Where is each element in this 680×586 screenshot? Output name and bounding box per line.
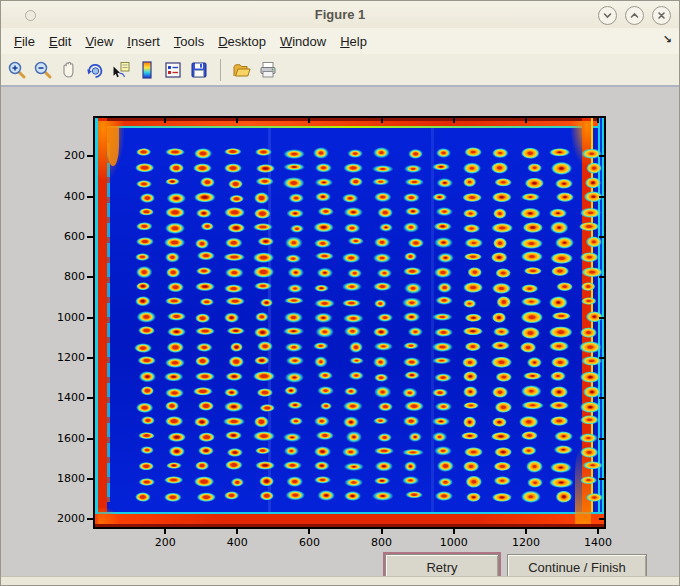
x-tick-mark [525, 529, 527, 534]
well-spot [373, 402, 394, 413]
menu-window[interactable]: Window [280, 34, 326, 49]
well-spot [134, 371, 156, 382]
well-spot [372, 447, 393, 457]
title-bar[interactable]: Figure 1 [1, 1, 679, 29]
well-spot [403, 342, 423, 352]
well-spot [344, 177, 363, 189]
well-spot [224, 491, 245, 502]
well-spot [225, 372, 243, 382]
well-spot [344, 223, 362, 233]
well-spot [342, 462, 364, 472]
well-spot [372, 178, 393, 189]
well-spot [134, 311, 156, 323]
well-spot [343, 207, 363, 219]
window-controls [598, 6, 671, 25]
well-spot [135, 477, 155, 487]
well-spot [166, 267, 185, 279]
well-spot [432, 237, 453, 249]
open-file-button[interactable] [232, 60, 252, 80]
zoom-out-button[interactable] [33, 60, 53, 80]
well-spot [551, 312, 571, 323]
well-spot [164, 237, 186, 249]
menu-tools[interactable]: Tools [174, 34, 204, 49]
well-spot [549, 445, 573, 458]
well-spot [403, 147, 423, 159]
well-spot [579, 191, 604, 204]
well-spot [463, 461, 481, 472]
well-spot [164, 192, 186, 204]
menu-view[interactable]: View [85, 34, 113, 49]
well-spot [401, 401, 424, 413]
well-spot [580, 327, 603, 338]
well-spot [432, 431, 453, 443]
well-spot [283, 147, 305, 160]
well-spot [134, 356, 156, 368]
pan-button[interactable] [59, 60, 79, 80]
well-spot [314, 446, 333, 457]
zoom-out-icon [33, 60, 53, 80]
well-spot [493, 327, 511, 337]
well-spot [253, 431, 275, 442]
x-tick-mark [597, 529, 599, 534]
well-spot [285, 417, 304, 427]
y-tick-mark [87, 438, 93, 440]
well-spot [491, 252, 512, 263]
y-tick-label: 2000 [33, 512, 85, 525]
well-spot [463, 223, 482, 233]
well-spot [195, 401, 214, 413]
print-figure-button[interactable] [258, 60, 278, 80]
well-plate-image [93, 116, 606, 529]
menu-bar: File Edit View Insert Tools Desktop Wind… [1, 28, 679, 55]
well-spot [550, 490, 572, 503]
well-spot [374, 372, 393, 382]
menu-insert[interactable]: Insert [127, 34, 160, 49]
image-edge-artifact [95, 126, 604, 128]
y-tick-mark [87, 397, 93, 399]
y-tick-label: 400 [33, 190, 85, 203]
zoom-in-button[interactable] [7, 60, 27, 80]
well-spot [492, 178, 512, 189]
close-button[interactable] [652, 6, 671, 25]
well-spot [136, 416, 155, 427]
well-spot [462, 253, 483, 263]
well-spot [165, 416, 184, 427]
y-tick-mark-right [599, 478, 604, 480]
save-figure-button[interactable] [189, 60, 209, 80]
well-spot [255, 298, 273, 308]
menu-file[interactable]: File [14, 34, 35, 49]
data-cursor-button[interactable] [111, 60, 131, 80]
well-spot [493, 237, 511, 249]
well-spot [374, 192, 393, 204]
window-menu-icon[interactable] [25, 10, 36, 21]
well-spot [403, 416, 422, 427]
y-tick-mark [87, 276, 93, 278]
dock-figure-icon[interactable]: ↘ [663, 33, 672, 46]
rotate-3d-button[interactable] [85, 60, 105, 80]
well-spot [549, 326, 574, 338]
well-spot [165, 386, 184, 398]
maximize-button[interactable] [625, 6, 644, 25]
shade-button[interactable] [598, 6, 617, 25]
well-spot [550, 371, 572, 383]
menu-desktop[interactable]: Desktop [218, 34, 266, 49]
menu-edit[interactable]: Edit [49, 34, 71, 49]
zoom-in-icon [7, 60, 27, 80]
well-spot [255, 387, 274, 398]
well-spot [254, 207, 274, 219]
well-spot [312, 490, 334, 502]
well-spot [463, 490, 481, 502]
insert-colorbar-button[interactable] [137, 60, 157, 80]
well-spot [432, 267, 452, 279]
well-spot [342, 446, 364, 457]
well-spot [136, 208, 154, 218]
window-bottom-edge [1, 576, 679, 585]
well-spot [255, 341, 273, 353]
well-spot [225, 237, 244, 249]
menu-help[interactable]: Help [340, 34, 367, 49]
insert-legend-button[interactable] [163, 60, 183, 80]
well-spot [345, 267, 363, 278]
x-tick-mark [381, 529, 383, 534]
well-spot [253, 266, 275, 278]
well-spot [433, 402, 453, 412]
well-spot [492, 401, 512, 413]
